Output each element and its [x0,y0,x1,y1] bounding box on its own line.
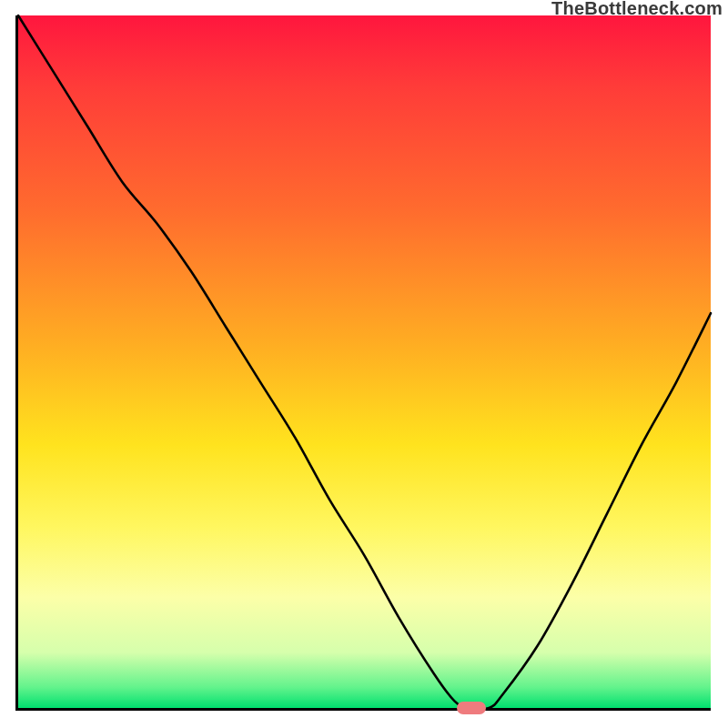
bottleneck-curve [18,15,711,708]
optimum-marker [457,702,486,714]
plot-area [15,15,711,711]
watermark-label: TheBottleneck.com [551,0,723,19]
chart-stage: TheBottleneck.com [0,0,728,728]
